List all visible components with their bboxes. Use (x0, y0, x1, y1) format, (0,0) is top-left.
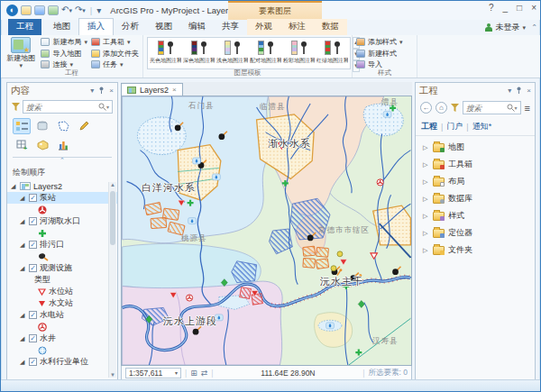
expand-icon[interactable]: ◢ (20, 218, 26, 225)
catalog-node-databases[interactable]: ▷数据库 (416, 190, 535, 207)
swap-extent-icon[interactable]: ⇄ (201, 369, 208, 378)
pane-options-caret-icon[interactable]: ▾ (90, 87, 94, 95)
add-folder-button[interactable]: 添加文件夹 (91, 49, 139, 59)
tree-node-water-level-station[interactable]: 水位站 (7, 286, 117, 297)
layer-checkbox[interactable]: ✓ (29, 334, 37, 342)
tree-node-hydrology-station[interactable]: 水文站 (7, 297, 117, 309)
contents-scrollbar[interactable]: ▲▼ (108, 182, 116, 378)
layer-checkbox[interactable]: ✓ (29, 194, 37, 202)
menu-icon[interactable]: ≡ (525, 103, 530, 114)
tab-map[interactable]: 地图 (45, 19, 78, 35)
tab-share[interactable]: 共享 (214, 19, 247, 35)
coordinates-readout[interactable]: 111.64E 28.90N (217, 369, 360, 378)
maximize-button[interactable]: □ (517, 3, 522, 13)
toolbox-button[interactable]: 工具箱▾ (91, 37, 139, 47)
tree-node-layer-industry-unit[interactable]: ◢ ✓ 水利行业单位 (7, 356, 117, 368)
collapse-arrow-icon[interactable]: ▷ (423, 230, 429, 237)
contents-search-box[interactable]: ▾ (23, 100, 113, 114)
layer-checkbox[interactable]: ✓ (29, 217, 37, 225)
tab-insert[interactable]: 插入 (78, 18, 114, 35)
tree-node-layer-hydropower[interactable]: ◢ ✓ 水电站 (7, 309, 117, 321)
expand-icon[interactable]: ◢ (20, 335, 26, 342)
collapse-arrow-icon[interactable]: ▷ (423, 196, 429, 203)
new-layout-button[interactable]: 新建布局▾ (41, 37, 87, 47)
catalog-tab-project[interactable]: 工程 (421, 121, 437, 132)
catalog-node-folders[interactable]: ▷文件夹 (416, 242, 535, 259)
list-by-snapping-icon[interactable]: + (13, 137, 31, 153)
scale-combobox[interactable]: 1:357,611 ▾ (125, 368, 181, 378)
pane-close-icon[interactable]: × (527, 87, 531, 95)
home-icon[interactable]: ⌂ (436, 102, 447, 114)
map-canvas[interactable]: 石门县 临澧县 澧县 桃源县 常德市市辖区 汉寿县 渐水水系 白洋河水系 沅水上… (121, 96, 412, 366)
tree-node-map[interactable]: ◢ Layers2 (7, 180, 117, 192)
list-by-selection-icon[interactable] (54, 118, 72, 134)
contents-search-input[interactable] (26, 103, 98, 112)
import-map-button[interactable]: 导入地图 (41, 49, 87, 59)
catalog-search-box[interactable]: ▾ (463, 101, 521, 114)
gallery-item-bright-notes[interactable]: 亮色地图注释 (150, 39, 181, 68)
tree-node-layer-outlet[interactable]: ◢ ✓ 排污口 (7, 239, 117, 251)
catalog-node-toolboxes[interactable]: ▷工具箱 (416, 156, 535, 173)
layer-checkbox[interactable]: ✓ (29, 311, 37, 319)
catalog-search-input[interactable] (466, 104, 507, 113)
catalog-node-layouts[interactable]: ▷布局 (416, 173, 535, 190)
close-button[interactable]: × (531, 3, 536, 13)
gallery-item-redgreen-notes[interactable]: 红绿地图注释 (316, 39, 348, 68)
customize-qat-icon[interactable]: ▾ (96, 6, 101, 15)
tree-node-layer-pump[interactable]: ◢ ✓ 泵站 (7, 192, 117, 204)
scrollbar-thumb[interactable] (110, 191, 115, 245)
tab-project[interactable]: 工程 (8, 19, 41, 35)
expand-icon[interactable]: ◢ (20, 242, 26, 249)
minimize-button[interactable]: _ (503, 3, 509, 13)
tab-data[interactable]: 数据 (314, 19, 347, 35)
filter-icon[interactable] (451, 104, 459, 112)
list-by-data-source-icon[interactable] (33, 118, 51, 134)
collapse-ribbon-icon[interactable]: ⌃ (531, 23, 537, 32)
layer-checkbox[interactable]: ✓ (29, 358, 37, 366)
gallery-item-paired-notes[interactable]: 配对地图注释 (250, 39, 281, 68)
redo-icon[interactable]: ↷▾ (75, 5, 86, 15)
expand-icon[interactable]: ◢ (20, 195, 26, 202)
new-bookmark-icon[interactable]: ⊞ (190, 369, 197, 378)
collapse-arrow-icon[interactable]: ▷ (423, 161, 429, 169)
project-icon[interactable] (48, 5, 59, 15)
help-button[interactable]: ? (489, 3, 494, 13)
search-caret-icon[interactable]: ▾ (515, 105, 518, 111)
open-project-icon[interactable] (21, 5, 32, 15)
undo-icon[interactable]: ↶▾ (61, 5, 72, 15)
new-style-button[interactable]: 新建样式 (356, 49, 413, 59)
expand-icon[interactable]: ◢ (11, 183, 17, 190)
add-style-button[interactable]: 添加样式▾ (356, 37, 413, 47)
expand-icon[interactable]: ◢ (20, 312, 26, 319)
layer-checkbox[interactable]: ✓ (29, 264, 37, 272)
pane-pin-icon[interactable] (516, 87, 522, 96)
selected-features-count[interactable]: 所选要素: 0 (369, 368, 408, 378)
list-by-charts-icon[interactable] (54, 137, 72, 153)
list-by-labeling-icon[interactable] (33, 137, 51, 153)
collapse-arrow-icon[interactable]: ▷ (423, 144, 429, 151)
layer-checkbox[interactable]: ✓ (29, 241, 37, 249)
catalog-tab-notifications[interactable]: 通知* (472, 121, 492, 132)
map-view-tab[interactable]: Layers2 × (121, 83, 183, 96)
expand-icon[interactable]: ◢ (20, 265, 26, 272)
tab-close-icon[interactable]: × (172, 86, 177, 94)
expand-icon[interactable]: ◢ (20, 359, 26, 366)
list-by-editing-icon[interactable] (75, 118, 93, 134)
pane-close-icon[interactable]: × (109, 87, 114, 95)
tree-node-layer-observation[interactable]: ◢ ✓ 观测设施 (7, 262, 117, 274)
collapse-arrow-icon[interactable]: ▷ (423, 247, 429, 254)
tab-edit[interactable]: 编辑 (180, 19, 214, 35)
filter-icon[interactable] (12, 103, 20, 111)
catalog-node-styles[interactable]: ▷样式 (416, 207, 535, 224)
catalog-tab-portal[interactable]: 门户 (446, 121, 463, 132)
collapse-arrow-icon[interactable]: ▷ (423, 213, 429, 220)
pane-options-caret-icon[interactable]: ▾ (508, 87, 511, 95)
tree-node-layer-well[interactable]: ◢ ✓ 水井 (7, 333, 117, 344)
sign-in-status[interactable]: 未登录 ▾ (485, 22, 526, 33)
gallery-item-pale-notes[interactable]: 浅色地图注释 (216, 39, 248, 68)
save-project-icon[interactable] (34, 5, 45, 15)
new-map-button[interactable]: 新建地图 ▾ (5, 37, 37, 69)
search-caret-icon[interactable]: ▾ (106, 104, 109, 110)
catalog-node-locators[interactable]: ▷定位器 (416, 224, 535, 242)
pane-pin-icon[interactable] (98, 87, 105, 96)
